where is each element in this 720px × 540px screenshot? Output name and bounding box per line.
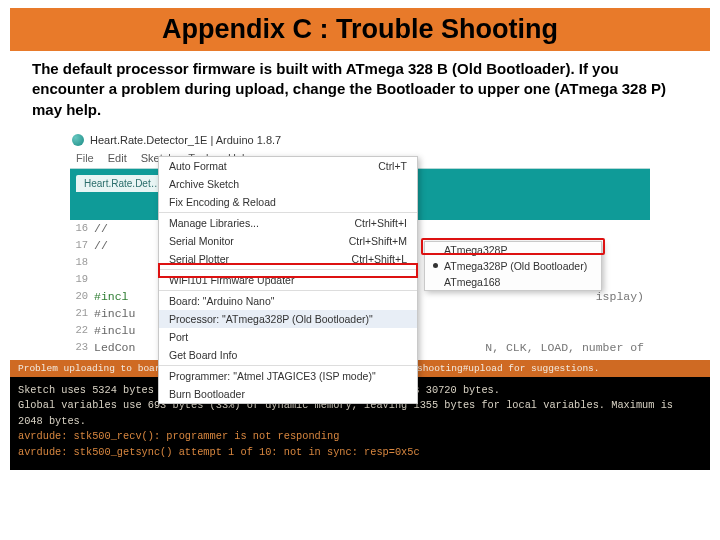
menu-item-auto-format[interactable]: Auto FormatCtrl+T (159, 157, 417, 175)
menu-item-serial-plotter[interactable]: Serial PlotterCtrl+Shift+L (159, 250, 417, 268)
page-title: Appendix C : Trouble Shooting (10, 8, 710, 51)
line-number: 20 (70, 290, 94, 302)
arduino-icon (72, 134, 84, 146)
menu-item-get-board-info[interactable]: Get Board Info (159, 346, 417, 364)
line-number: 22 (70, 324, 94, 336)
menu-item-archive-sketch[interactable]: Archive Sketch (159, 175, 417, 193)
tools-dropdown: Auto FormatCtrl+T Archive Sketch Fix Enc… (158, 156, 418, 404)
menu-item-processor[interactable]: Processor: "ATmega328P (Old Bootloader)" (159, 310, 417, 328)
window-titlebar: Heart.Rate.Detector_1E | Arduino 1.8.7 (70, 130, 650, 150)
ide-screenshot: Heart.Rate.Detector_1E | Arduino 1.8.7 F… (70, 130, 650, 356)
line-number: 17 (70, 239, 94, 251)
submenu-item-atmega328p[interactable]: ATmega328P (425, 242, 601, 258)
slide: Appendix C : Trouble Shooting The defaul… (0, 8, 720, 540)
menu-item-port[interactable]: Port (159, 328, 417, 346)
menu-item-board[interactable]: Board: "Arduino Nano" (159, 292, 417, 310)
menu-item-manage-libraries[interactable]: Manage Libraries...Ctrl+Shift+I (159, 214, 417, 232)
line-number: 19 (70, 273, 94, 285)
menu-separator (159, 212, 417, 213)
processor-submenu: ATmega328P ATmega328P (Old Bootloader) A… (424, 241, 602, 291)
line-number: 16 (70, 222, 94, 234)
window-title: Heart.Rate.Detector_1E | Arduino 1.8.7 (90, 134, 281, 146)
line-number: 18 (70, 256, 94, 268)
menu-separator (159, 365, 417, 366)
menu-separator (159, 290, 417, 291)
menu-item-burn-bootloader[interactable]: Burn Bootloader (159, 385, 417, 403)
menu-item-programmer[interactable]: Programmer: "Atmel JTAGICE3 (ISP mode)" (159, 367, 417, 385)
console-line-error: avrdude: stk500_recv(): programmer is no… (18, 429, 702, 444)
line-number: 21 (70, 307, 94, 319)
line-number: 23 (70, 341, 94, 353)
menu-file[interactable]: File (76, 152, 94, 164)
console-line-error: avrdude: stk500_getsync() attempt 1 of 1… (18, 445, 702, 460)
sketch-tab[interactable]: Heart.Rate.Det… (76, 175, 169, 192)
menu-edit[interactable]: Edit (108, 152, 127, 164)
menu-item-fix-encoding[interactable]: Fix Encoding & Reload (159, 193, 417, 211)
submenu-item-atmega168[interactable]: ATmega168 (425, 274, 601, 290)
menu-item-serial-monitor[interactable]: Serial MonitorCtrl+Shift+M (159, 232, 417, 250)
bullet-icon (433, 263, 438, 268)
menu-item-wifi-updater[interactable]: WiFi101 Firmware Updater (159, 271, 417, 289)
bullet-icon (433, 247, 438, 252)
submenu-item-atmega328p-old[interactable]: ATmega328P (Old Bootloader) (425, 258, 601, 274)
menu-separator (159, 269, 417, 270)
bullet-icon (433, 279, 438, 284)
body-text: The default processor firmware is built … (32, 59, 688, 120)
